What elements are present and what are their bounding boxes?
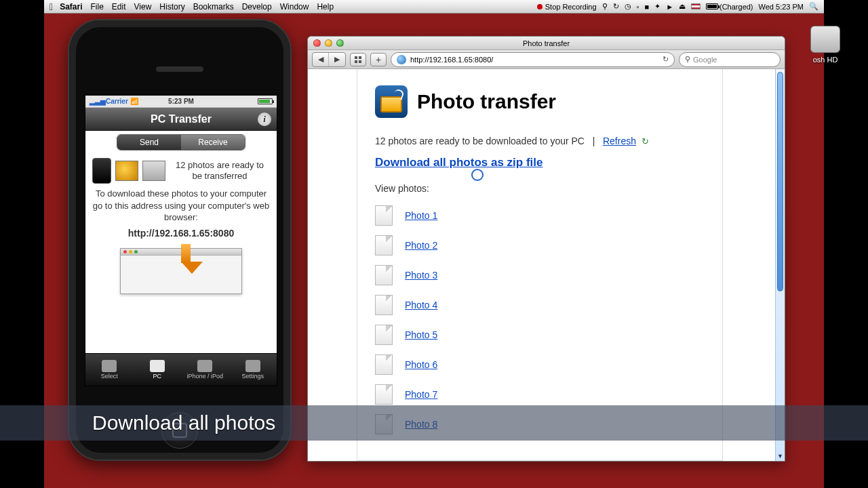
battery-status[interactable]: (Charged) [706,3,753,11]
svg-rect-2 [355,60,357,63]
forward-button[interactable]: ▶ [329,53,345,66]
apple-menu-icon[interactable]:  [50,1,53,12]
macos-menubar:  Safari File Edit View History Bookmark… [44,0,824,14]
photo-list-item: Photo 5 [375,320,705,350]
svg-rect-1 [359,56,361,59]
spotlight-search-icon[interactable]: 🔍 [809,2,818,11]
svg-rect-3 [359,60,361,63]
photo-link[interactable]: Photo 3 [405,270,437,281]
view-photos-label: View photos: [375,183,705,194]
address-bar[interactable]: http://192.168.1.65:8080/ ↻ [391,52,675,67]
stop-recording-menu[interactable]: Stop Recording [537,3,597,11]
reload-button[interactable]: ↻ [663,55,669,64]
page-viewport[interactable]: Photo transfer 12 photos are ready to be… [308,69,775,461]
photo-list-item: Photo 6 [375,350,705,380]
photo-link[interactable]: Photo 4 [405,300,437,310]
photo-link[interactable]: Photo 7 [405,389,437,400]
input-source-icon[interactable] [691,3,701,9]
page-heading: Photo transfer [375,85,705,118]
refresh-icon: ↻ [639,136,649,146]
safari-window: Photo transfer ◀ ▶ + http://192.168.1.65… [307,36,785,462]
photo-link[interactable]: Photo 2 [405,240,437,251]
ip-address: http://192.168.1.65:8080 [92,228,270,239]
menubar-clock[interactable]: Wed 5:23 PM [759,3,804,11]
photo-list-item: Photo 3 [375,260,705,290]
ready-text: 12 photos are ready to be transferred [170,160,270,182]
menu-view[interactable]: View [134,2,152,12]
window-title: Photo transfer [523,39,570,47]
download-all-link[interactable]: Download all photos as zip file [375,156,542,169]
instruction-text: To download these photos to your compute… [92,188,270,224]
refresh-link[interactable]: Refresh [603,136,636,146]
sync-icon[interactable]: ↻ [613,2,619,11]
segment-receive[interactable]: Receive [181,135,245,150]
carrier-label: ▂▃▅Carrier 📶 [90,98,138,105]
time-machine-icon[interactable]: ◷ [625,2,631,11]
menu-bookmarks[interactable]: Bookmarks [193,2,234,12]
menu-edit[interactable]: Edit [112,2,126,12]
iphone-device: ▂▃▅Carrier 📶 5:23 PM PC Transfer i Send … [68,19,292,461]
dropbox-icon[interactable]: ■ [644,3,649,11]
ios-status-bar: ▂▃▅Carrier 📶 5:23 PM [85,96,277,108]
svg-rect-0 [355,56,357,59]
search-icon: ⚲ [685,55,690,64]
scrollbar-thumb[interactable] [777,72,783,291]
page-content: Photo transfer 12 photos are ready to be… [357,69,723,461]
status-text: 12 photos are ready to be downloaded to … [375,136,585,146]
displays-icon[interactable]: ▫ [637,3,639,11]
add-bookmark-button[interactable]: + [370,53,387,66]
photo-link[interactable]: Photo 1 [405,210,437,221]
menu-develop[interactable]: Develop [242,2,272,12]
bluetooth-icon[interactable]: ✦ [654,2,660,11]
photo-thumb-icon [375,325,393,345]
iphone-screen: ▂▃▅Carrier 📶 5:23 PM PC Transfer i Send … [85,95,277,386]
video-caption: Download all photos [0,405,868,441]
window-zoom-button[interactable] [336,39,344,47]
vertical-scrollbar[interactable]: ▼ [775,69,785,461]
info-button[interactable]: i [258,113,271,126]
menu-history[interactable]: History [159,2,184,12]
segment-send[interactable]: Send [117,135,181,150]
tab-select[interactable]: Select [85,354,134,386]
tab-settings[interactable]: Settings [229,354,277,386]
bookmarks-button[interactable] [350,53,366,66]
photo-thumb-icon [375,354,393,375]
back-button[interactable]: ◀ [313,53,329,66]
menu-window[interactable]: Window [280,2,309,12]
photo-link[interactable]: Photo 6 [405,359,437,370]
photo-thumb-icon [375,235,393,256]
desktop-hdd[interactable]: osh HD [787,26,864,64]
tab-iphone[interactable]: iPhone / iPod [181,354,229,386]
window-minimize-button[interactable] [325,39,332,47]
app-menu[interactable]: Safari [60,2,82,12]
hdd-icon [810,26,840,53]
spotlight-icon[interactable]: ⚲ [602,2,608,11]
address-bar-url: http://192.168.1.65:8080/ [410,56,493,64]
volume-icon[interactable]: ► [666,3,673,11]
ios-navbar: PC Transfer i [85,108,277,131]
scrollbar-down-button[interactable]: ▼ [776,451,785,461]
photo-thumb-icon [115,161,138,181]
battery-icon [258,98,273,104]
segmented-control[interactable]: Send Receive [117,134,245,150]
photo-thumb-icon [375,265,393,285]
phone-speaker [156,66,203,72]
search-field[interactable]: ⚲ Google [679,52,781,67]
photo-list-item: Photo 1 [375,201,705,230]
search-placeholder: Google [693,56,717,64]
photo-link[interactable]: Photo 5 [405,329,437,340]
photo-thumb-icon [375,295,393,315]
hdd-label: osh HD [787,56,864,64]
tab-pc[interactable]: PC [134,354,182,386]
menu-file[interactable]: File [90,2,103,12]
ios-tabbar: Select PC iPhone / iPod Settings [85,353,277,386]
site-favicon-icon [397,55,406,64]
menu-help[interactable]: Help [317,2,334,12]
eject-icon[interactable]: ⏏ [679,2,686,11]
photo-thumb-icon [375,205,393,226]
photo-list-item: Photo 4 [375,290,705,320]
safari-titlebar[interactable]: Photo transfer [308,37,785,50]
window-close-button[interactable] [313,39,321,47]
ios-nav-title: PC Transfer [151,113,212,125]
iphone-thumb-icon [92,158,111,184]
